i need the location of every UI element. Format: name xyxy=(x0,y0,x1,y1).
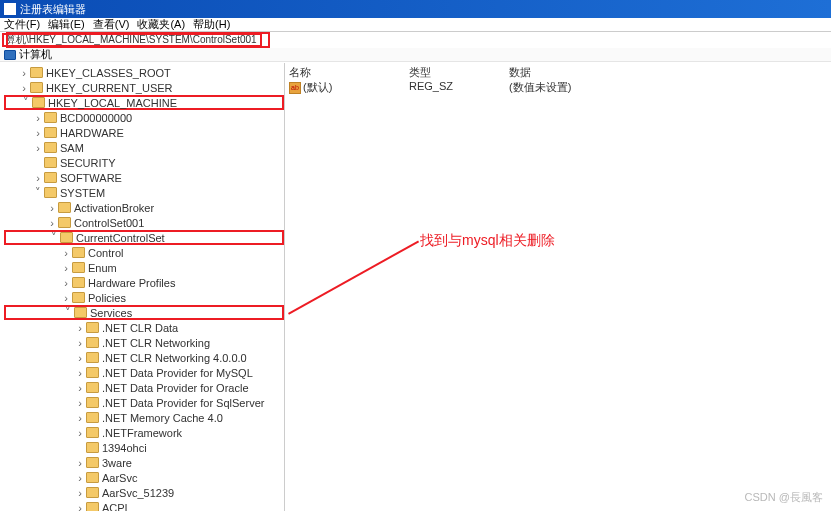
tree-item[interactable]: ›.NET Memory Cache 4.0 xyxy=(4,410,284,425)
folder-icon xyxy=(74,307,87,318)
chevron-right-icon[interactable]: › xyxy=(32,112,44,124)
value-row[interactable]: ab (默认) REG_SZ (数值未设置) xyxy=(289,80,827,95)
tree-item[interactable]: ›AarSvc xyxy=(4,470,284,485)
tree-item[interactable]: ›SAM xyxy=(4,140,284,155)
tree-item[interactable]: ›ActivationBroker xyxy=(4,200,284,215)
chevron-right-icon[interactable]: › xyxy=(74,352,86,364)
folder-icon xyxy=(86,322,99,333)
folder-icon xyxy=(86,412,99,423)
registry-tree[interactable]: ›HKEY_CLASSES_ROOT›HKEY_CURRENT_USER˅HKE… xyxy=(0,63,285,511)
col-data[interactable]: 数据 xyxy=(509,65,629,80)
folder-icon xyxy=(30,82,43,93)
tree-root-row[interactable]: 计算机 xyxy=(0,48,831,62)
folder-icon xyxy=(86,472,99,483)
tree-item[interactable]: ›.NET CLR Data xyxy=(4,320,284,335)
tree-item[interactable]: ˅Services xyxy=(4,305,284,320)
chevron-right-icon[interactable]: › xyxy=(74,427,86,439)
folder-icon xyxy=(58,202,71,213)
col-type[interactable]: 类型 xyxy=(409,65,509,80)
tree-item[interactable]: ›.NETFramework xyxy=(4,425,284,440)
chevron-right-icon[interactable]: › xyxy=(74,322,86,334)
menu-edit[interactable]: 编辑(E) xyxy=(48,17,85,32)
chevron-right-icon[interactable]: › xyxy=(74,382,86,394)
chevron-right-icon[interactable]: › xyxy=(74,337,86,349)
tree-item[interactable]: ›HKEY_CURRENT_USER xyxy=(4,80,284,95)
tree-item-label: BCD00000000 xyxy=(60,112,132,124)
tree-item-label: ActivationBroker xyxy=(74,202,154,214)
tree-item-label: HKEY_CURRENT_USER xyxy=(46,82,173,94)
chevron-right-icon[interactable]: › xyxy=(74,487,86,499)
tree-item[interactable]: ›.NET Data Provider for Oracle xyxy=(4,380,284,395)
tree-item-label: .NET Memory Cache 4.0 xyxy=(102,412,223,424)
chevron-right-icon[interactable]: › xyxy=(32,127,44,139)
chevron-right-icon[interactable]: › xyxy=(74,397,86,409)
chevron-right-icon[interactable]: › xyxy=(74,457,86,469)
values-header: 名称 类型 数据 xyxy=(289,65,827,80)
tree-item[interactable]: ›.NET Data Provider for SqlServer xyxy=(4,395,284,410)
tree-item[interactable]: ›.NET CLR Networking xyxy=(4,335,284,350)
tree-item[interactable]: 1394ohci xyxy=(4,440,284,455)
tree-item[interactable]: ›AarSvc_51239 xyxy=(4,485,284,500)
tree-item[interactable]: ›SOFTWARE xyxy=(4,170,284,185)
tree-item[interactable]: ˅HKEY_LOCAL_MACHINE xyxy=(4,95,284,110)
tree-item[interactable]: ›BCD00000000 xyxy=(4,110,284,125)
folder-icon xyxy=(86,487,99,498)
menubar[interactable]: 文件(F) 编辑(E) 查看(V) 收藏夹(A) 帮助(H) xyxy=(0,18,831,32)
chevron-right-icon[interactable]: › xyxy=(32,172,44,184)
tree-item[interactable]: SECURITY xyxy=(4,155,284,170)
chevron-right-icon[interactable]: › xyxy=(74,472,86,484)
chevron-right-icon[interactable]: › xyxy=(74,367,86,379)
chevron-right-icon[interactable]: › xyxy=(32,142,44,154)
menu-fav[interactable]: 收藏夹(A) xyxy=(137,17,185,32)
tree-item[interactable]: ›Enum xyxy=(4,260,284,275)
tree-item[interactable]: ˅CurrentControlSet xyxy=(4,230,284,245)
chevron-right-icon[interactable]: › xyxy=(60,262,72,274)
tree-item-label: AarSvc_51239 xyxy=(102,487,174,499)
chevron-right-icon[interactable]: › xyxy=(60,247,72,259)
tree-item[interactable]: ›Control xyxy=(4,245,284,260)
chevron-down-icon[interactable]: ˅ xyxy=(48,231,60,244)
tree-item[interactable]: ›HARDWARE xyxy=(4,125,284,140)
tree-root-label: 计算机 xyxy=(19,47,52,62)
values-pane[interactable]: 名称 类型 数据 ab (默认) REG_SZ (数值未设置) xyxy=(285,63,831,511)
folder-icon xyxy=(44,142,57,153)
tree-item-label: SYSTEM xyxy=(60,187,105,199)
tree-item[interactable]: ›Hardware Profiles xyxy=(4,275,284,290)
tree-item[interactable]: ˅SYSTEM xyxy=(4,185,284,200)
chevron-down-icon[interactable]: ˅ xyxy=(62,306,74,319)
computer-icon xyxy=(4,50,16,60)
tree-item[interactable]: ›.NET CLR Networking 4.0.0.0 xyxy=(4,350,284,365)
chevron-right-icon[interactable]: › xyxy=(74,502,86,512)
chevron-right-icon[interactable]: › xyxy=(46,202,58,214)
col-name[interactable]: 名称 xyxy=(289,65,409,80)
annotation-text: 找到与mysql相关删除 xyxy=(420,232,555,250)
chevron-right-icon[interactable]: › xyxy=(18,67,30,79)
chevron-right-icon[interactable]: › xyxy=(46,217,58,229)
chevron-right-icon[interactable]: › xyxy=(74,412,86,424)
menu-view[interactable]: 查看(V) xyxy=(93,17,130,32)
chevron-down-icon[interactable]: ˅ xyxy=(32,186,44,199)
folder-icon xyxy=(86,337,99,348)
tree-item[interactable]: ›HKEY_CLASSES_ROOT xyxy=(4,65,284,80)
tree-item[interactable]: ›Policies xyxy=(4,290,284,305)
chevron-down-icon[interactable]: ˅ xyxy=(20,96,32,109)
tree-item[interactable]: ›3ware xyxy=(4,455,284,470)
menu-file[interactable]: 文件(F) xyxy=(4,17,40,32)
tree-item-label: HKEY_CLASSES_ROOT xyxy=(46,67,171,79)
tree-item-label: CurrentControlSet xyxy=(76,232,165,244)
folder-icon xyxy=(86,502,99,511)
chevron-right-icon[interactable]: › xyxy=(60,292,72,304)
chevron-right-icon[interactable]: › xyxy=(18,82,30,94)
folder-icon xyxy=(44,127,57,138)
tree-item-label: .NET CLR Networking xyxy=(102,337,210,349)
folder-icon xyxy=(72,277,85,288)
tree-item[interactable]: ›ControlSet001 xyxy=(4,215,284,230)
path-input[interactable] xyxy=(2,33,262,47)
tree-item-label: .NET Data Provider for SqlServer xyxy=(102,397,264,409)
tree-item[interactable]: ›.NET Data Provider for MySQL xyxy=(4,365,284,380)
address-bar xyxy=(0,32,831,48)
menu-help[interactable]: 帮助(H) xyxy=(193,17,230,32)
chevron-right-icon[interactable]: › xyxy=(60,277,72,289)
tree-item-label: Control xyxy=(88,247,123,259)
tree-item[interactable]: ›ACPI xyxy=(4,500,284,511)
